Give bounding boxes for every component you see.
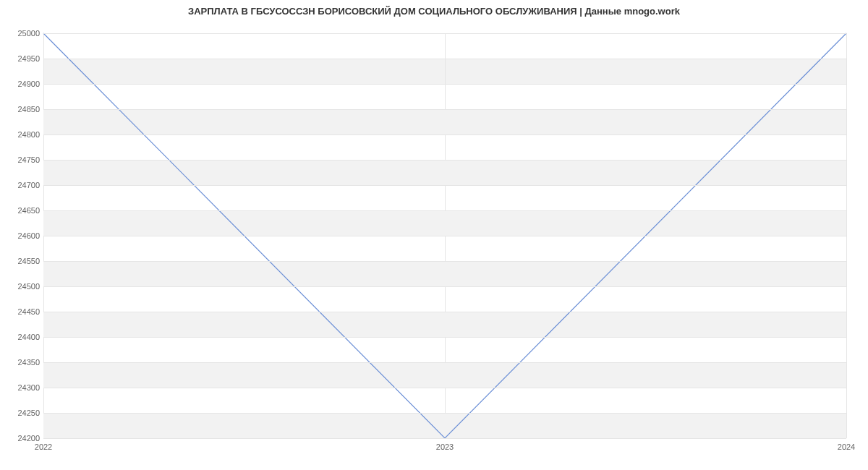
y-gridline	[43, 33, 846, 34]
y-gridline	[43, 362, 846, 363]
y-tick-label: 24200	[4, 434, 40, 443]
y-tick-label: 24950	[4, 54, 40, 63]
x-tick-label: 2023	[436, 443, 454, 451]
y-tick-label: 24300	[4, 383, 40, 392]
y-gridline	[43, 261, 846, 262]
y-tick-label: 24600	[4, 231, 40, 240]
y-tick-label: 24700	[4, 181, 40, 189]
y-tick-label: 24900	[4, 80, 40, 88]
y-gridline	[43, 236, 846, 236]
y-gridline	[43, 312, 846, 312]
y-tick-label: 24250	[4, 409, 40, 417]
y-tick-label: 24450	[4, 307, 40, 316]
y-gridline	[43, 185, 846, 186]
y-tick-label: 24750	[4, 155, 40, 164]
y-gridline	[43, 388, 846, 388]
y-tick-label: 24400	[4, 333, 40, 341]
y-gridline	[43, 109, 846, 110]
y-gridline	[43, 84, 846, 85]
y-gridline	[43, 134, 846, 135]
chart-container: ЗАРПЛАТА В ГБСУСОССЗН БОРИСОВСКИЙ ДОМ СО…	[0, 0, 868, 470]
y-tick-label: 24650	[4, 206, 40, 215]
y-gridline	[43, 413, 846, 414]
x-tick-label: 2022	[35, 443, 52, 451]
plot-area	[43, 33, 846, 439]
x-tick-label: 2024	[838, 443, 855, 451]
y-tick-label: 24550	[4, 257, 40, 265]
y-gridline	[43, 59, 846, 59]
chart-title: ЗАРПЛАТА В ГБСУСОССЗН БОРИСОВСКИЙ ДОМ СО…	[0, 6, 868, 17]
y-gridline	[43, 438, 846, 439]
y-gridline	[43, 160, 846, 161]
y-gridline	[43, 286, 846, 287]
y-tick-label: 24500	[4, 282, 40, 291]
y-gridline	[43, 210, 846, 211]
x-gridline	[846, 33, 847, 438]
y-tick-label: 24800	[4, 130, 40, 139]
y-tick-label: 24850	[4, 105, 40, 114]
y-gridline	[43, 337, 846, 338]
y-tick-label: 25000	[4, 29, 40, 38]
y-tick-label: 24350	[4, 358, 40, 367]
